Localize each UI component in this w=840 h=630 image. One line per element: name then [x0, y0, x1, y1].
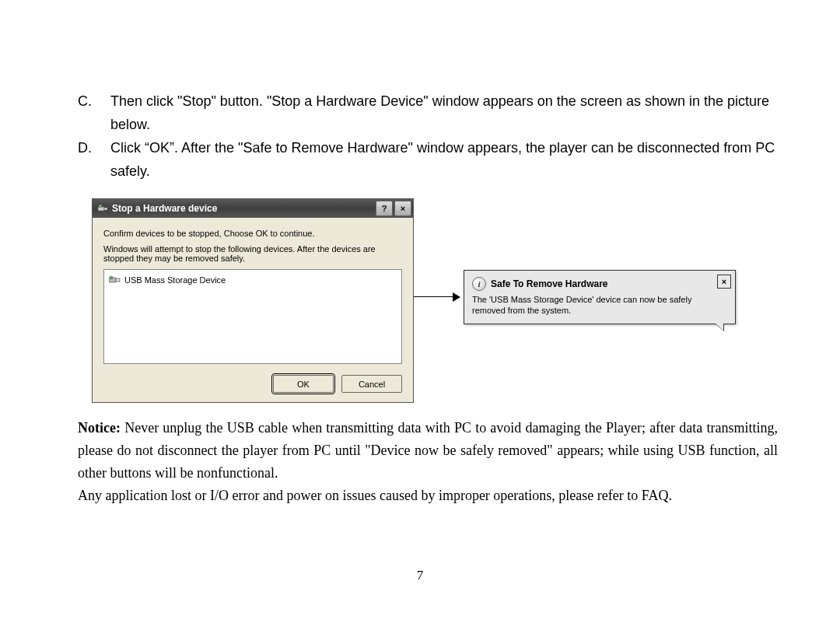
notice-text-1: Never unplug the USB cable when transmit…	[78, 420, 778, 481]
ok-button[interactable]: OK	[273, 375, 334, 393]
dialog-text-2: Windows will attempt to stop the followi…	[103, 244, 402, 263]
notice-lead: Notice:	[78, 420, 121, 436]
help-button[interactable]: ?	[376, 201, 393, 216]
instruction-list: C. Then click "Stop" button. "Stop a Har…	[78, 89, 778, 183]
info-icon: i	[472, 277, 486, 291]
notice-paragraph: Notice: Never unplug the USB cable when …	[78, 417, 778, 507]
device-label: USB Mass Storage Device	[124, 275, 226, 285]
arrow-connector	[414, 292, 464, 302]
dialog-text-1: Confirm devices to be stopped, Choose OK…	[103, 229, 402, 238]
svg-point-5	[110, 276, 113, 279]
instruction-c: C. Then click "Stop" button. "Stop a Har…	[78, 89, 778, 136]
device-list-item[interactable]: USB Mass Storage Device	[109, 273, 397, 287]
list-letter: D.	[78, 136, 110, 183]
usb-device-icon	[109, 275, 121, 285]
cancel-button[interactable]: Cancel	[341, 375, 402, 393]
instruction-d: D. Click “OK”. After the "Safe to Remove…	[78, 136, 778, 183]
safe-to-remove-balloon: i Safe To Remove Hardware × The 'USB Mas…	[464, 270, 736, 324]
svg-rect-4	[116, 278, 120, 282]
close-button[interactable]: ×	[394, 201, 411, 216]
balloon-close-button[interactable]: ×	[717, 275, 731, 289]
balloon-message: The 'USB Mass Storage Device' device can…	[472, 294, 727, 316]
list-text: Click “OK”. After the "Safe to Remove Ha…	[110, 136, 778, 183]
list-text: Then click "Stop" button. "Stop a Hardwa…	[110, 89, 778, 136]
svg-rect-1	[104, 208, 107, 210]
arrowhead-icon	[453, 292, 460, 302]
dialog-titlebar: Stop a Hardware device ? ×	[93, 199, 413, 218]
hardware-icon	[97, 203, 108, 214]
dialog-title: Stop a Hardware device	[112, 203, 376, 214]
balloon-title: Safe To Remove Hardware	[491, 278, 727, 289]
list-letter: C.	[78, 89, 110, 136]
page-number: 7	[0, 568, 840, 583]
stop-hardware-dialog: Stop a Hardware device ? × Confirm devic…	[92, 198, 414, 403]
device-list[interactable]: USB Mass Storage Device	[103, 269, 402, 364]
balloon-tail-icon	[715, 324, 724, 331]
notice-text-2: Any application lost or I/O error and po…	[78, 488, 672, 503]
